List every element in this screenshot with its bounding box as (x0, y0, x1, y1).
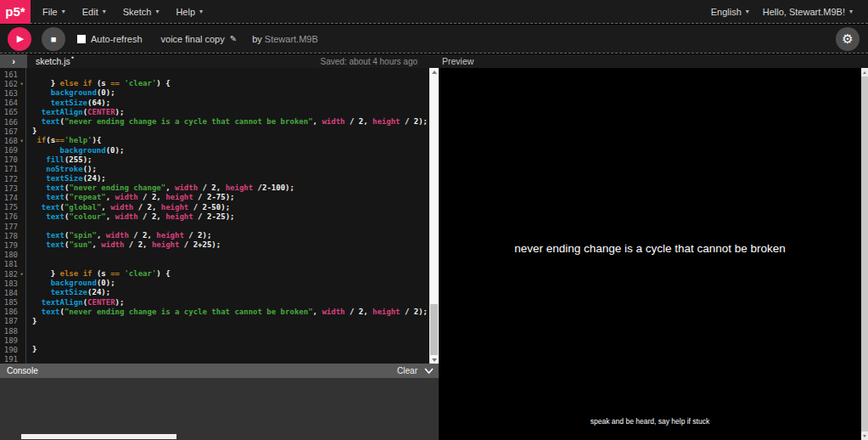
line-number: 183 (0, 279, 25, 288)
sketch-title-text: voice final copy (161, 34, 225, 44)
horizontal-scrollbar-thumb[interactable] (21, 434, 176, 439)
fold-arrow-icon[interactable]: ▾ (18, 81, 25, 87)
code-line[interactable]: text("never ending change is a cycle tha… (32, 117, 428, 127)
stop-button[interactable]: ■ (42, 27, 65, 51)
code-line[interactable] (32, 326, 428, 336)
code-line[interactable]: } (32, 345, 428, 354)
preview-vertical-scrollbar[interactable] (861, 68, 868, 440)
editor-code: } else if (s == 'clear') { background(0)… (26, 68, 428, 364)
line-number: 171 (0, 165, 25, 174)
chevron-down-icon: ▾ (199, 8, 203, 15)
scroll-up-arrow-icon[interactable] (861, 68, 868, 76)
account-menu[interactable]: Hello, Stewart.M9B! ▾ (756, 7, 860, 17)
editor-scrollbar-thumb[interactable] (430, 304, 438, 354)
sidebar-expand-button[interactable]: › (0, 54, 27, 68)
line-number: 170 (0, 155, 25, 165)
code-line[interactable]: if(s=='help'){ (32, 136, 428, 145)
autorefresh-label: Auto-refresh (91, 34, 143, 44)
scroll-up-arrow-icon[interactable] (429, 68, 439, 76)
editor-gutter: 161162▾163164165166167168▾16917017117217… (0, 68, 26, 364)
code-editor[interactable]: 161162▾163164165166167168▾16917017117217… (0, 68, 439, 364)
autorefresh-control: Auto-refresh (77, 34, 143, 44)
code-line[interactable] (32, 70, 428, 79)
code-line[interactable]: } (32, 317, 428, 326)
code-line[interactable] (32, 222, 428, 231)
console-clear-button[interactable]: Clear (397, 366, 417, 375)
code-line[interactable] (32, 260, 428, 269)
code-line[interactable]: text("repeat", width / 2, height / 2-75)… (32, 193, 428, 202)
menu-sketch[interactable]: Sketch ▾ (118, 7, 171, 17)
console-header[interactable]: Console Clear (0, 364, 439, 378)
play-button[interactable]: ▶ (8, 27, 31, 51)
preview-canvas[interactable]: never ending change is a cycle that cann… (439, 68, 868, 440)
tab-sketch-js[interactable]: sketch.js ● (36, 56, 74, 66)
line-number: 182▾ (0, 269, 25, 279)
code-line[interactable]: textAlign(CENTER); (32, 298, 428, 307)
code-line[interactable]: text("spin", width / 2, height / 2); (32, 231, 428, 240)
code-line[interactable]: text("global", width / 2, height / 2-50)… (32, 203, 428, 212)
code-line[interactable]: } else if (s == 'clear') { (32, 79, 428, 88)
menu-help[interactable]: Help ▾ (171, 7, 215, 17)
code-line[interactable]: background(0); (32, 146, 428, 155)
top-navbar: p5* File ▾ Edit ▾ Sketch ▾ Help ▾ Englis… (0, 0, 868, 24)
menu-edit[interactable]: Edit ▾ (77, 7, 118, 17)
fold-arrow-icon[interactable]: ▾ (18, 138, 25, 144)
line-number: 187 (0, 317, 25, 326)
menu-edit-label: Edit (82, 7, 98, 17)
code-line[interactable]: textAlign(CENTER); (32, 108, 428, 117)
p5-logo[interactable]: p5* (0, 0, 31, 24)
code-line[interactable]: noStroke(); (32, 165, 428, 174)
console-title: Console (7, 366, 38, 375)
code-line[interactable]: text("never ending change", width / 2, h… (32, 183, 428, 193)
language-menu[interactable]: English ▾ (704, 7, 756, 17)
play-icon: ▶ (17, 33, 24, 44)
line-number: 178 (0, 231, 25, 240)
code-line[interactable]: text("colour", width / 2, height / 2-25)… (32, 212, 428, 222)
chevron-down-icon: ▾ (746, 8, 749, 15)
line-number: 191 (0, 355, 25, 364)
gear-icon: ⚙ (842, 31, 853, 47)
code-line[interactable]: textSize(64); (32, 99, 428, 108)
code-line[interactable] (32, 355, 428, 364)
autorefresh-checkbox[interactable] (77, 35, 86, 43)
sketch-title: voice final copy ✎ (161, 34, 238, 44)
line-number: 184 (0, 288, 25, 297)
code-line[interactable]: background(0); (32, 279, 428, 288)
line-number: 168▾ (0, 136, 25, 145)
scroll-down-arrow-icon[interactable] (861, 432, 868, 440)
unsaved-dot-icon: ● (71, 54, 74, 66)
by-label: by (252, 34, 262, 44)
edit-pencil-icon[interactable]: ✎ (230, 34, 237, 43)
line-number: 176 (0, 212, 25, 222)
line-number: 188 (0, 326, 25, 336)
fold-arrow-icon[interactable]: ▾ (18, 271, 25, 278)
code-line[interactable]: } (32, 127, 428, 136)
console-output[interactable] (0, 378, 439, 433)
console-horizontal-scrollbar[interactable] (0, 433, 439, 440)
line-number: 162▾ (0, 79, 25, 88)
author-link[interactable]: Stewart.M9B (265, 34, 318, 44)
canvas-main-text: never ending change is a cycle that cann… (439, 242, 861, 255)
console-collapse-chevron-icon[interactable] (424, 368, 434, 375)
line-number: 163 (0, 88, 25, 98)
line-number: 180 (0, 251, 25, 260)
scroll-down-arrow-icon[interactable] (429, 356, 439, 364)
editor-vertical-scrollbar[interactable] (429, 68, 439, 364)
code-line[interactable] (32, 251, 428, 260)
code-line[interactable]: text("never ending change is a cycle tha… (32, 307, 428, 317)
code-line[interactable]: text("sun", width / 2, height / 2+25); (32, 240, 428, 250)
console-actions: Clear (397, 366, 434, 375)
preview-label: Preview (442, 56, 473, 66)
code-line[interactable]: } else if (s == 'clear') { (32, 269, 428, 279)
menu-file[interactable]: File ▾ (37, 7, 77, 17)
nav-right: English ▾ Hello, Stewart.M9B! ▾ (704, 7, 860, 17)
line-number: 190 (0, 345, 25, 354)
code-line[interactable]: background(0); (32, 88, 428, 98)
code-line[interactable]: fill(255); (32, 155, 428, 165)
line-number: 164 (0, 99, 25, 108)
code-line[interactable]: textSize(24); (32, 288, 428, 297)
code-line[interactable]: textSize(24); (32, 174, 428, 183)
line-number: 186 (0, 307, 25, 317)
settings-button[interactable]: ⚙ (836, 27, 860, 51)
code-line[interactable] (32, 336, 428, 345)
